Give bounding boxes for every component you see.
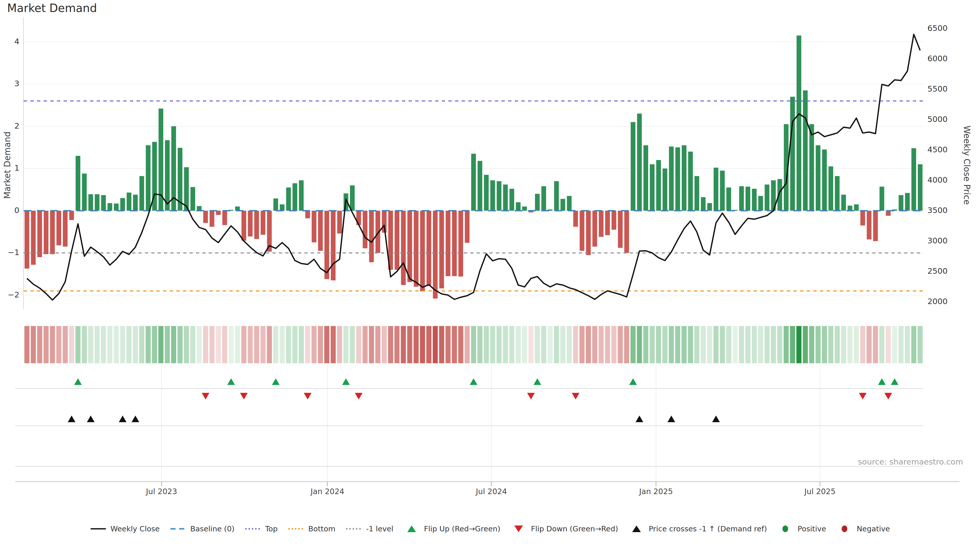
heatmap-cell — [325, 326, 329, 363]
heatmap-cell — [44, 326, 49, 363]
demand-bar-positive — [107, 203, 112, 211]
heatmap-cell — [88, 326, 94, 363]
right-axis-tick: 6500 — [928, 24, 948, 33]
legend-label: Flip Up (Red→Green) — [424, 524, 500, 533]
heatmap-cell — [76, 326, 81, 363]
legend-item-flip-down: Flip Down (Green→Red) — [511, 524, 618, 533]
flip-up-marker — [878, 378, 886, 385]
heatmap-cell — [350, 326, 355, 363]
heatmap-cell — [682, 326, 687, 363]
heatmap-cell — [235, 326, 240, 363]
demand-bar-negative — [37, 211, 42, 257]
source-credit: source: sharemaestro.com — [858, 457, 963, 466]
heatmap-cell — [624, 326, 629, 363]
baseline-legend-icon — [170, 525, 186, 533]
heatmap-cell — [37, 326, 42, 363]
left-axis-tick: −2 — [8, 290, 19, 299]
heatmap-cell — [809, 326, 815, 363]
heatmap-cell — [758, 326, 763, 363]
demand-bar-negative — [203, 211, 208, 223]
heatmap-cell — [146, 326, 151, 363]
heatmap-cell — [528, 326, 534, 363]
heatmap-cell — [293, 326, 298, 363]
flip-down-legend-icon — [511, 525, 527, 533]
legend-item-weekly-close: Weekly Close — [90, 524, 160, 533]
legend-item-bottom: Bottom — [288, 524, 335, 533]
heatmap-cell — [848, 326, 853, 363]
demand-bar-positive — [841, 195, 846, 211]
demand-bar-positive — [197, 206, 202, 211]
demand-bar-negative — [222, 211, 227, 225]
demand-bar-positive — [184, 167, 189, 211]
right-axis-tick: 5000 — [928, 114, 948, 124]
flip-down-marker — [304, 393, 312, 400]
right-axis-tick: 3500 — [928, 206, 948, 215]
flip-down-marker — [202, 393, 210, 400]
demand-bar-positive — [714, 168, 718, 211]
demand-bar-negative — [369, 211, 374, 262]
heatmap-cell — [395, 326, 400, 363]
heatmap-cell — [171, 326, 177, 363]
heatmap-cell — [382, 326, 387, 363]
demand-bar-positive — [880, 187, 884, 211]
demand-bar-negative — [305, 211, 310, 218]
heatmap-cell — [445, 326, 451, 363]
left-axis-tick: 2 — [14, 121, 19, 130]
legend-item-baseline: Baseline (0) — [170, 524, 234, 533]
price-cross-marker — [87, 416, 95, 422]
heatmap-cell — [178, 326, 183, 363]
heatmap-cell — [312, 326, 317, 363]
heatmap-cell — [816, 326, 821, 363]
heatmap-cell — [803, 326, 808, 363]
heatmap-cell — [880, 326, 885, 363]
right-axis-tick: 3000 — [928, 236, 948, 245]
heatmap-cell — [605, 326, 610, 363]
flip-down-marker — [527, 393, 535, 400]
demand-bar-negative — [414, 211, 418, 287]
demand-bar-negative — [63, 211, 68, 247]
heatmap-cell — [714, 326, 719, 363]
demand-bar-negative — [44, 211, 48, 254]
demand-bar-negative — [599, 211, 604, 237]
heatmap-cell — [567, 326, 572, 363]
demand-bar-positive — [829, 166, 833, 211]
heatmap-cell — [579, 326, 585, 363]
left-axis-tick: −1 — [8, 248, 19, 257]
flip-up-marker — [272, 378, 280, 385]
heatmap-cell — [739, 326, 744, 363]
demand-bar-positive — [484, 175, 489, 211]
demand-bar-positive — [516, 202, 520, 211]
x-axis-tick: Jul 2025 — [804, 487, 835, 496]
heatmap-cell — [337, 326, 342, 363]
heatmap-cell — [675, 326, 680, 363]
legend-label: Positive — [797, 524, 826, 533]
demand-bar-positive — [286, 187, 291, 211]
flip-up-marker — [342, 378, 350, 385]
demand-bar-negative — [261, 211, 266, 235]
heatmap-cell — [701, 326, 706, 363]
heatmap-cell — [190, 326, 196, 363]
demand-bar-positive — [816, 145, 821, 211]
demand-bar-positive — [720, 171, 725, 211]
demand-bar-negative — [860, 211, 865, 225]
demand-bar-negative — [69, 211, 74, 220]
demand-bar-negative — [407, 211, 412, 282]
heatmap-cell — [242, 326, 247, 363]
demand-bar-negative — [312, 211, 317, 242]
left-axis-tick: 3 — [14, 79, 19, 88]
demand-bar-negative — [420, 211, 425, 291]
legend-label: Top — [265, 524, 278, 533]
demand-bar-positive — [631, 122, 635, 211]
legend-label: -1 level — [366, 524, 393, 533]
heatmap-cell — [599, 326, 604, 363]
demand-heatmap-strip — [24, 326, 923, 363]
heatmap-cell — [765, 326, 770, 363]
heatmap-cell — [216, 326, 221, 363]
demand-bar-positive — [522, 206, 527, 211]
demand-bar-positive — [746, 187, 750, 211]
demand-bar-negative — [363, 211, 368, 248]
heatmap-cell — [82, 326, 87, 363]
price-cross-markers — [68, 416, 720, 422]
heatmap-cell — [280, 326, 285, 363]
heatmap-cell — [203, 326, 208, 363]
